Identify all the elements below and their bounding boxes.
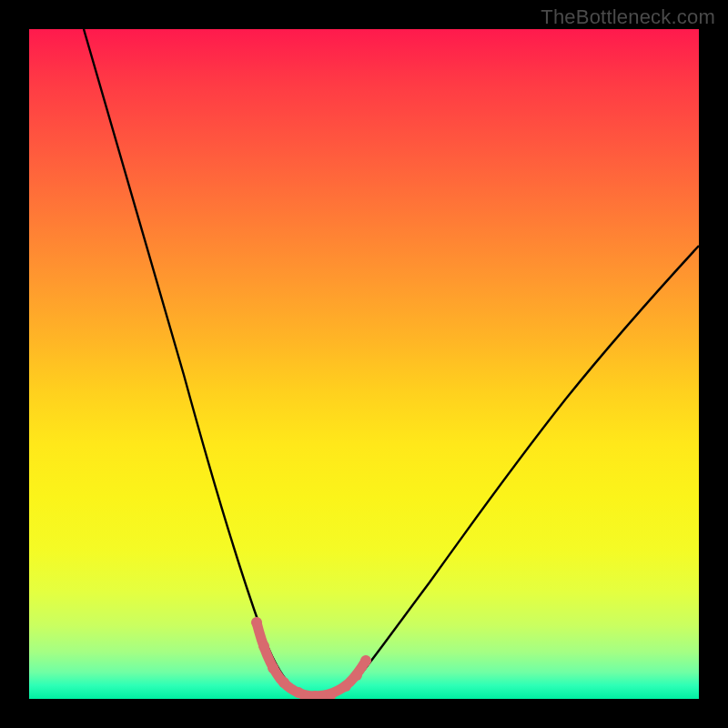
svg-point-7: [340, 681, 351, 692]
svg-point-4: [293, 687, 304, 698]
bottleneck-curve: [84, 29, 699, 695]
svg-point-0: [251, 617, 262, 628]
watermark-label: TheBottleneck.com: [541, 5, 715, 29]
svg-point-8: [351, 670, 362, 681]
plot-area: [29, 29, 699, 699]
svg-point-9: [360, 655, 371, 666]
chart-frame: TheBottleneck.com: [0, 0, 728, 728]
svg-point-1: [258, 641, 269, 652]
curve-layer: [29, 29, 699, 699]
svg-point-3: [278, 677, 289, 688]
svg-point-2: [268, 662, 278, 673]
